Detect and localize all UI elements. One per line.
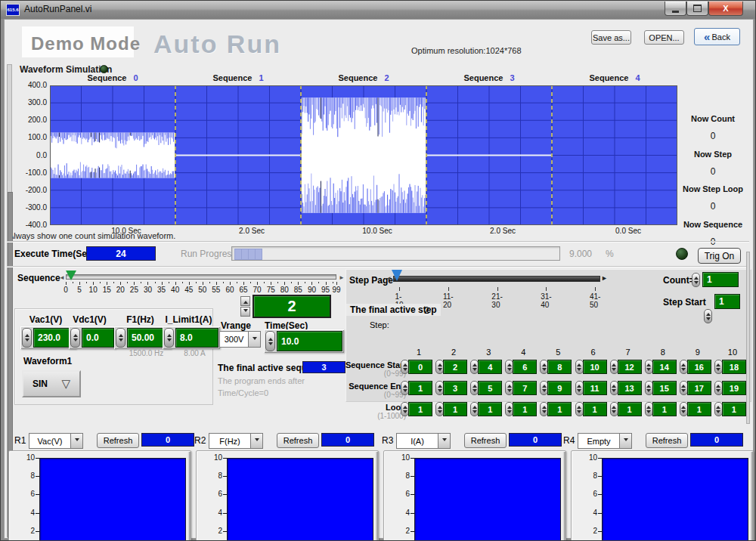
refresh-button[interactable]: Refresh — [646, 433, 688, 448]
slider-minor-tick — [155, 282, 156, 283]
param-control[interactable]: 230.0 — [20, 326, 76, 349]
step-row-label: Sequence End — [342, 382, 406, 391]
readout-value-display: 0 — [321, 433, 374, 447]
refresh-button[interactable]: Refresh — [464, 433, 507, 448]
step-cell-display[interactable]: 14 — [652, 360, 677, 374]
step-cell-display[interactable]: 6 — [513, 360, 537, 374]
step-cell-display[interactable]: 8 — [547, 360, 572, 374]
step-cell-display[interactable]: 3 — [443, 381, 467, 395]
sequence-slider-thumb[interactable] — [66, 270, 76, 280]
readout-value-display: 0 — [141, 433, 194, 447]
param-spinner[interactable] — [164, 328, 174, 348]
step-column-header: 1 — [417, 348, 421, 357]
step-cell-display[interactable]: 1 — [722, 402, 746, 416]
vrange-dropdown[interactable]: 300V — [219, 331, 261, 348]
chart-y-tick-label: 2 — [15, 527, 35, 535]
readout-dropdown[interactable]: I(A) — [396, 433, 451, 449]
maximize-button[interactable] — [686, 2, 708, 16]
step-cell-display[interactable]: 1 — [618, 402, 642, 416]
param-control[interactable]: 8.0 — [163, 326, 220, 349]
readout-dropdown[interactable]: Empty — [578, 433, 632, 449]
right-scrollbar[interactable] — [746, 252, 750, 424]
step-cell-display[interactable]: 11 — [583, 381, 607, 395]
step-cell-display[interactable]: 16 — [687, 360, 711, 374]
step-cell-display[interactable]: 1 — [408, 381, 432, 395]
close-button[interactable]: X — [708, 2, 743, 16]
step-cell-display[interactable]: 10 — [583, 360, 607, 374]
now-item-label: Now Sequence — [664, 220, 756, 229]
count-spinner[interactable] — [692, 273, 700, 287]
step-page-track[interactable] — [393, 276, 600, 282]
param-spinner[interactable] — [70, 328, 80, 348]
slider-tick — [271, 282, 271, 285]
chart-y-tick — [411, 458, 414, 459]
big-count-spinner[interactable] — [240, 296, 250, 317]
step-cell-display[interactable]: 1 — [652, 402, 677, 416]
x-tick-label: 2.0 Sec — [239, 227, 265, 235]
step-cell-display[interactable]: 7 — [513, 381, 537, 395]
count-display[interactable]: 1 — [702, 272, 739, 287]
step-cell-display[interactable]: 4 — [478, 360, 502, 374]
sequence-slider-track[interactable] — [66, 274, 336, 280]
param-display[interactable]: 8.0 — [175, 328, 218, 348]
trig-on-button[interactable]: Trig On — [698, 248, 741, 264]
step-cell-display[interactable]: 13 — [618, 381, 642, 395]
minimize-button[interactable] — [665, 2, 686, 16]
param-display[interactable]: 0.0 — [82, 328, 114, 348]
slider-minor-tick — [169, 282, 169, 283]
step-cell-display[interactable]: 1 — [547, 402, 572, 416]
page-tick — [399, 287, 400, 291]
step-page-thumb[interactable] — [392, 270, 402, 281]
step-cell-display[interactable]: 9 — [547, 381, 572, 395]
waveform1-dropdown[interactable]: SIN ▽ — [22, 370, 81, 397]
slider-right-arrow-icon[interactable]: ► — [339, 275, 345, 281]
step-cell-display[interactable]: 1 — [687, 402, 711, 416]
title-bar[interactable]: 615.6 AutoRunPanel.vi X — [1, 1, 755, 19]
step-column-header: 7 — [626, 348, 631, 357]
step-cell-display[interactable]: 1 — [443, 402, 467, 416]
chart-y-tick-label: 2 — [203, 527, 222, 535]
readout-name: R3 — [382, 435, 393, 446]
step-cell-display[interactable]: 1 — [478, 402, 502, 416]
open-button[interactable]: OPEN... — [644, 30, 684, 45]
param-spinner[interactable] — [22, 328, 32, 348]
slider-tick-label: 45 — [184, 286, 193, 294]
step-cell-display[interactable]: 15 — [652, 381, 677, 395]
big-count-display[interactable]: 2 — [253, 295, 331, 318]
readout-dropdown[interactable]: F(Hz) — [209, 433, 263, 449]
slider-tick-label: 15 — [103, 286, 111, 294]
step-cell-display[interactable]: 1 — [583, 402, 607, 416]
slider-minor-tick — [182, 282, 183, 283]
back-button[interactable]: « Back — [694, 28, 740, 45]
step-cell-display[interactable]: 5 — [478, 381, 502, 395]
step-cell-display[interactable]: 18 — [722, 360, 746, 374]
param-spinner[interactable] — [116, 328, 125, 348]
readout-name: R2 — [194, 435, 206, 446]
slider-left-arrow-icon[interactable]: ◄ — [59, 275, 65, 281]
param-control[interactable]: 0.0 — [69, 326, 116, 349]
chart-y-tick — [223, 513, 227, 514]
chart-y-tick-label: 8 — [578, 471, 597, 480]
step-cell-display[interactable]: 1 — [408, 402, 432, 416]
save-as-button[interactable]: Save as... — [591, 30, 631, 45]
step-column-header: 2 — [451, 348, 456, 357]
refresh-button[interactable]: Refresh — [97, 433, 139, 448]
time-spinner[interactable] — [265, 331, 275, 351]
step-cell-display[interactable]: 19 — [722, 381, 746, 395]
time-sec-control[interactable]: 10.0 — [264, 329, 344, 353]
final-sequence-display[interactable]: 3 — [302, 361, 345, 373]
step-cell-display[interactable]: 1 — [513, 402, 537, 416]
slider-tick-label: 65 — [239, 286, 247, 294]
step-start-display[interactable]: 1 — [714, 294, 740, 309]
refresh-button[interactable]: Refresh — [277, 433, 319, 448]
execute-time-display[interactable]: 24 — [86, 246, 156, 261]
step-cell-display[interactable]: 12 — [618, 360, 642, 374]
page-left-arrow-icon[interactable]: ◄ — [386, 276, 392, 282]
step-cell-display[interactable]: 2 — [443, 360, 467, 374]
step-cell-display[interactable]: 17 — [687, 381, 711, 395]
step-cell-display[interactable]: 0 — [408, 360, 432, 374]
time-sec-display[interactable]: 10.0 — [277, 331, 342, 351]
readout-dropdown[interactable]: Vac(V) — [29, 433, 83, 449]
step-start-spinner[interactable] — [704, 309, 712, 323]
page-right-arrow-icon[interactable]: ► — [601, 275, 608, 281]
